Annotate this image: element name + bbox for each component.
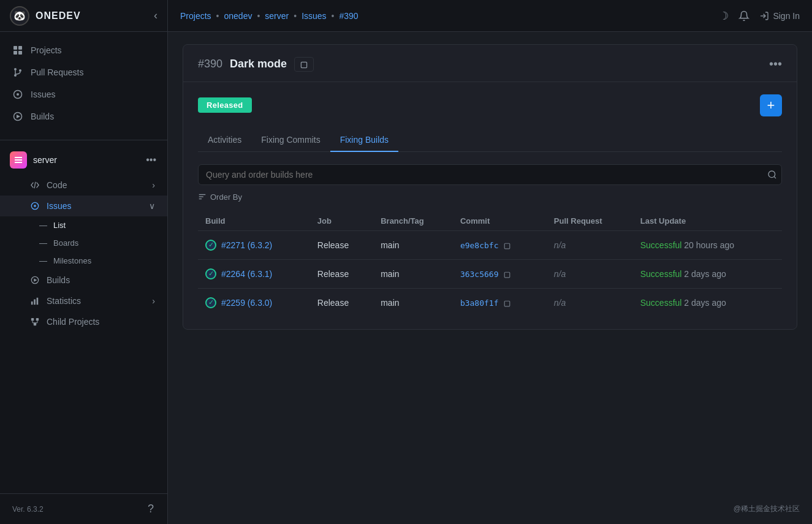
commit-hash[interactable]: 363c5669 — [460, 270, 499, 279]
cell-last-update: Successful 2 days ago — [633, 259, 782, 288]
sidebar-divider — [0, 140, 167, 140]
breadcrumb-server[interactable]: server — [265, 11, 289, 21]
child-projects-icon — [29, 316, 40, 327]
svg-point-4 — [14, 68, 17, 70]
sidebar-item-boards[interactable]: — Boards — [0, 234, 167, 252]
sidebar-header: 🐼 ONEDEV ‹ — [0, 0, 167, 32]
projects-label: Projects — [31, 45, 62, 55]
issue-divider — [183, 82, 797, 82]
content-area: #390 Dark mode ••• Released + Activities — [168, 32, 812, 524]
svg-marker-11 — [17, 115, 20, 118]
svg-rect-16 — [31, 302, 33, 305]
server-actions: ••• — [145, 153, 157, 167]
dash-icon-boards: — — [39, 238, 47, 248]
child-projects-label: Child Projects — [47, 317, 99, 327]
cell-job: Release — [310, 230, 373, 259]
code-expand-icon: › — [152, 180, 155, 190]
code-label: Code — [47, 180, 67, 190]
builds-nav-icon — [29, 275, 40, 286]
grid-icon — [12, 45, 23, 56]
svg-rect-18 — [37, 298, 39, 305]
issue-title: Dark mode — [230, 58, 287, 70]
build-link[interactable]: ✓ #2271 (6.3.2) — [205, 240, 303, 251]
table-row: ✓ #2259 (6.3.0) Release main b3a80f1f n/… — [198, 288, 782, 317]
svg-rect-20 — [36, 318, 39, 321]
breadcrumb-projects[interactable]: Projects — [180, 11, 211, 21]
tab-activities[interactable]: Activities — [198, 129, 251, 152]
commit-hash[interactable]: e9e8cbfc — [460, 241, 499, 250]
dash-icon-milestones: — — [39, 256, 47, 265]
issue-card: #390 Dark mode ••• Released + Activities — [183, 44, 797, 330]
copy-commit-button[interactable] — [501, 270, 514, 279]
col-header-last-update: Last Update — [633, 211, 782, 231]
svg-point-6 — [19, 69, 21, 72]
cell-build: ✓ #2264 (6.3.1) — [198, 259, 310, 288]
stats-expand-icon: › — [152, 296, 155, 306]
cell-job: Release — [310, 259, 373, 288]
sidebar-item-issues[interactable]: Issues — [0, 83, 167, 105]
cell-pr: n/a — [547, 259, 633, 288]
issue-header: #390 Dark mode ••• — [198, 57, 782, 72]
breadcrumb-issue-number[interactable]: #390 — [340, 11, 359, 21]
order-by-label: Order By — [210, 192, 242, 202]
svg-rect-3 — [18, 51, 22, 55]
boards-label: Boards — [53, 238, 78, 248]
table-row: ✓ #2264 (6.3.1) Release main 363c5669 n/… — [198, 259, 782, 288]
issue-status-row: Released + — [198, 94, 782, 116]
issue-menu-button[interactable]: ••• — [769, 57, 782, 71]
sidebar-item-child-projects[interactable]: Child Projects — [0, 311, 167, 332]
topbar-actions: ☽ Sign In — [719, 9, 800, 23]
cell-branch: main — [373, 288, 453, 317]
tab-fixing-commits[interactable]: Fixing Commits — [251, 129, 330, 152]
cell-branch: main — [373, 230, 453, 259]
issues-sub-nav: — List — Boards — Milestones — [0, 216, 167, 270]
builds-table: Build Job Branch/Tag Commit Pull Request… — [198, 211, 782, 317]
cell-branch: main — [373, 259, 453, 288]
server-header[interactable]: server ••• — [0, 145, 167, 175]
collapse-sidebar-button[interactable]: ‹ — [154, 9, 157, 22]
list-label: List — [53, 221, 66, 230]
copy-commit-button[interactable] — [501, 298, 514, 308]
help-button[interactable]: ? — [146, 501, 155, 517]
server-more-button[interactable]: ••• — [145, 153, 157, 167]
sidebar-item-server-issues[interactable]: Issues ∨ — [0, 196, 167, 216]
sidebar-item-statistics[interactable]: Statistics › — [0, 290, 167, 311]
sidebar-item-pull-requests[interactable]: Pull Requests — [0, 61, 167, 83]
breadcrumb-issues[interactable]: Issues — [302, 11, 326, 21]
cell-last-update: Successful 20 hours ago — [633, 230, 782, 259]
sidebar-item-list[interactable]: — List — [0, 216, 167, 234]
checkmark: ✓ — [208, 270, 214, 278]
col-header-commit: Commit — [453, 211, 547, 231]
copy-commit-button[interactable] — [501, 241, 514, 250]
breadcrumb-onedev[interactable]: onedev — [224, 11, 252, 21]
sidebar-item-builds[interactable]: Builds — [0, 105, 167, 127]
col-header-pr: Pull Request — [547, 211, 633, 231]
col-header-build: Build — [198, 211, 310, 231]
notifications-icon[interactable] — [738, 9, 749, 22]
git-pull-icon — [12, 67, 23, 78]
search-input[interactable] — [198, 164, 782, 185]
success-icon: ✓ — [205, 240, 216, 251]
table-body: ✓ #2271 (6.3.2) Release main e9e8cbfc n/… — [198, 230, 782, 317]
theme-toggle-icon[interactable]: ☽ — [719, 9, 729, 23]
cell-last-update: Successful 2 days ago — [633, 288, 782, 317]
build-link[interactable]: ✓ #2264 (6.3.1) — [205, 268, 303, 279]
svg-line-27 — [774, 177, 776, 178]
build-link[interactable]: ✓ #2259 (6.3.0) — [205, 297, 303, 308]
builds-nav-label: Builds — [47, 275, 70, 285]
sign-in-button[interactable]: Sign In — [759, 11, 800, 21]
order-by-row[interactable]: Order By — [198, 192, 782, 202]
add-build-button[interactable]: + — [760, 94, 782, 116]
sidebar-item-code[interactable]: Code › — [0, 175, 167, 196]
tab-fixing-builds[interactable]: Fixing Builds — [330, 129, 398, 152]
search-button[interactable] — [767, 169, 777, 180]
sidebar-item-milestones[interactable]: — Milestones — [0, 252, 167, 270]
server-sub-nav: Code › Issues ∨ — List — [0, 175, 167, 332]
sidebar-item-projects[interactable]: Projects — [0, 39, 167, 61]
svg-point-13 — [34, 205, 36, 207]
server-name-label: server — [33, 155, 57, 165]
copy-issue-button[interactable] — [294, 57, 314, 72]
sidebar-item-server-builds[interactable]: Builds — [0, 270, 167, 290]
commit-hash[interactable]: b3a80f1f — [460, 298, 499, 308]
svg-point-26 — [768, 171, 775, 178]
